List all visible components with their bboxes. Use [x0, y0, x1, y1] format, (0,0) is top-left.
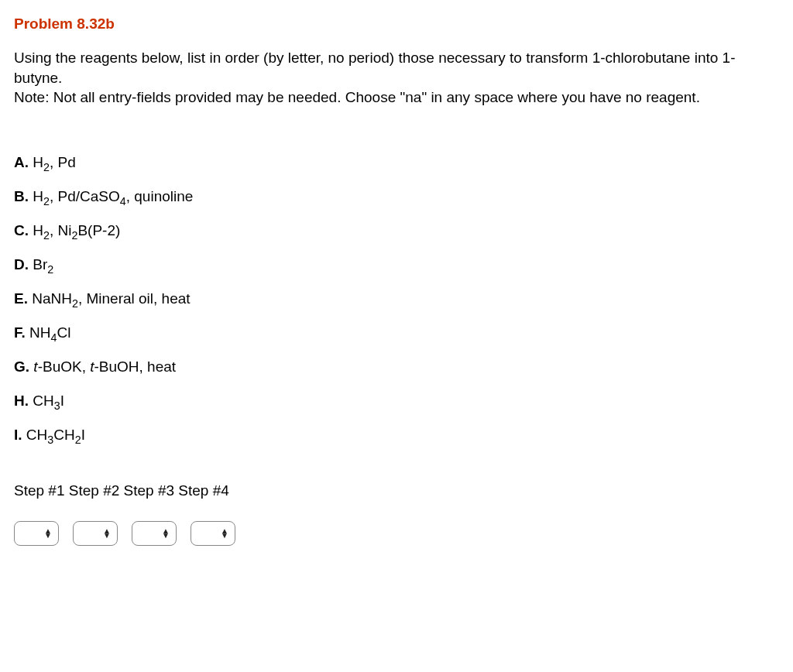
reagent-letter: G.	[14, 358, 29, 375]
reagent-item-b: B. H2, Pd/CaSO4, quinoline	[14, 188, 779, 205]
reagent-item-f: F. NH4Cl	[14, 324, 779, 341]
reagent-letter: I.	[14, 427, 22, 443]
reagent-letter: F.	[14, 324, 26, 341]
reagent-letter: E.	[14, 290, 28, 307]
reagent-item-h: H. CH3I	[14, 393, 779, 410]
reagent-letter: H.	[14, 393, 29, 409]
step-4-select[interactable]: ▲▼	[191, 521, 235, 546]
stepper-icon: ▲▼	[44, 529, 52, 537]
reagent-item-c: C. H2, Ni2B(P-2)	[14, 222, 779, 239]
steps-label: Step #1 Step #2 Step #3 Step #4	[14, 482, 779, 499]
reagent-item-e: E. NaNH2, Mineral oil, heat	[14, 290, 779, 307]
reagent-letter: B.	[14, 188, 29, 204]
reagent-list: A. H2, Pd B. H2, Pd/CaSO4, quinoline C. …	[14, 154, 779, 444]
reagent-item-g: G. t-BuOK, t-BuOH, heat	[14, 358, 779, 375]
reagent-letter: A.	[14, 154, 29, 170]
step-2-select[interactable]: ▲▼	[73, 521, 118, 546]
instructions-line-2: Note: Not all entry-fields provided may …	[14, 89, 700, 105]
reagent-text: t-BuOK, t-BuOH, heat	[33, 358, 176, 375]
problem-instructions: Using the reagents below, list in order …	[14, 48, 779, 108]
step-3-select[interactable]: ▲▼	[132, 521, 177, 546]
problem-title: Problem 8.32b	[14, 15, 779, 33]
reagent-letter: C.	[14, 222, 29, 238]
instructions-line-1: Using the reagents below, list in order …	[14, 50, 736, 86]
reagent-item-a: A. H2, Pd	[14, 154, 779, 171]
stepper-icon: ▲▼	[162, 529, 170, 537]
reagent-text: H2, Pd/CaSO4, quinoline	[33, 188, 193, 204]
reagent-text: H2, Ni2B(P-2)	[33, 222, 120, 238]
reagent-letter: D.	[14, 256, 29, 273]
reagent-text: CH3I	[33, 393, 64, 409]
steps-row: ▲▼ ▲▼ ▲▼ ▲▼	[14, 521, 779, 546]
reagent-item-d: D. Br2	[14, 256, 779, 273]
reagent-text: NH4Cl	[29, 324, 70, 341]
reagent-text: Br2	[33, 256, 53, 273]
stepper-icon: ▲▼	[221, 529, 228, 537]
reagent-text: NaNH2, Mineral oil, heat	[32, 290, 190, 307]
reagent-text: H2, Pd	[33, 154, 75, 170]
stepper-icon: ▲▼	[103, 529, 111, 537]
reagent-item-i: I. CH3CH2I	[14, 427, 779, 444]
reagent-text: CH3CH2I	[26, 427, 85, 443]
step-1-select[interactable]: ▲▼	[14, 521, 59, 546]
